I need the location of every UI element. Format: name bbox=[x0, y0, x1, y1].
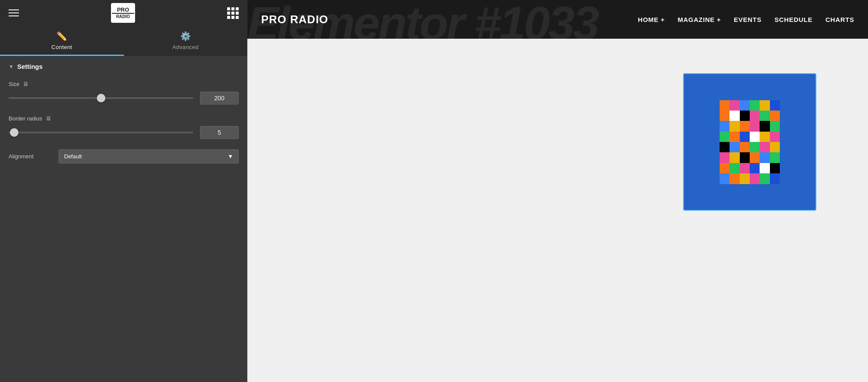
album-art bbox=[720, 100, 780, 184]
mosaic-cell bbox=[740, 111, 750, 121]
collapse-arrow-icon: ▼ bbox=[9, 64, 14, 70]
mosaic-cell bbox=[720, 132, 729, 142]
size-slider-fill bbox=[9, 97, 101, 99]
mosaic-cell bbox=[770, 142, 780, 152]
hamburger-menu-button[interactable] bbox=[9, 9, 19, 16]
size-slider-row bbox=[9, 92, 239, 105]
size-slider-container[interactable] bbox=[9, 93, 193, 103]
mosaic-cell bbox=[760, 111, 770, 121]
sidebar-header: PRO RADIO bbox=[0, 0, 247, 26]
mosaic-cell bbox=[740, 163, 750, 173]
mosaic-cell bbox=[729, 100, 739, 111]
mosaic-cell bbox=[770, 152, 780, 163]
mosaic-cell bbox=[770, 173, 780, 184]
mosaic-cell bbox=[720, 163, 729, 173]
sidebar: PRO RADIO ✏️ Content ⚙️ Advanced ▼ Setti… bbox=[0, 0, 247, 382]
mosaic-cell bbox=[760, 100, 770, 111]
border-radius-label-row: Border radius 🖥 bbox=[9, 115, 239, 122]
border-radius-input[interactable] bbox=[200, 126, 239, 139]
size-label-text: Size bbox=[9, 81, 19, 87]
settings-section: ▼ Settings Size 🖥 Border ra bbox=[0, 56, 247, 382]
size-input[interactable] bbox=[200, 92, 239, 105]
nav-item-events[interactable]: EVENTS bbox=[734, 16, 762, 23]
mosaic-cell bbox=[720, 152, 729, 163]
tab-advanced[interactable]: ⚙️ Advanced bbox=[124, 26, 248, 56]
border-radius-field: Border radius 🖥 bbox=[9, 115, 239, 139]
mosaic-cell bbox=[760, 142, 770, 152]
logo: PRO RADIO bbox=[111, 3, 135, 23]
mosaic-cell bbox=[760, 121, 770, 131]
mosaic-cell bbox=[750, 142, 760, 152]
border-radius-label-text: Border radius bbox=[9, 115, 42, 122]
gear-icon: ⚙️ bbox=[180, 31, 191, 41]
mosaic-cell bbox=[750, 163, 760, 173]
mosaic-cell bbox=[729, 163, 739, 173]
tab-content-label: Content bbox=[52, 44, 72, 50]
brand-name: PRO RADIO bbox=[261, 13, 328, 26]
nav-item-schedule[interactable]: SCHEDULE bbox=[774, 16, 813, 23]
mosaic-cell bbox=[760, 163, 770, 173]
mosaic-cell bbox=[720, 173, 729, 184]
mosaic-cell bbox=[770, 121, 780, 131]
tab-content[interactable]: ✏️ Content bbox=[0, 26, 124, 56]
mosaic-cell bbox=[720, 121, 729, 131]
border-radius-slider-container[interactable] bbox=[9, 127, 193, 138]
mosaic-cell bbox=[729, 142, 739, 152]
size-label-row: Size 🖥 bbox=[9, 80, 239, 87]
preview-box bbox=[683, 73, 816, 211]
sidebar-tabs: ✏️ Content ⚙️ Advanced bbox=[0, 26, 247, 56]
nav-items: HOME MAGAZINE EVENTS SCHEDULE CHARTS bbox=[638, 16, 854, 23]
alignment-value: Default bbox=[64, 153, 82, 160]
mosaic-cell bbox=[750, 132, 760, 142]
logo-pro: PRO bbox=[117, 7, 129, 13]
mosaic-cell bbox=[740, 100, 750, 111]
mosaic-cell bbox=[740, 173, 750, 184]
settings-title-text: Settings bbox=[17, 63, 43, 70]
monitor-icon: 🖥 bbox=[23, 80, 29, 87]
mosaic-cell bbox=[750, 152, 760, 163]
nav-item-charts[interactable]: CHARTS bbox=[825, 16, 854, 23]
mosaic-cell bbox=[770, 100, 780, 111]
border-radius-slider-thumb[interactable] bbox=[10, 128, 18, 137]
tab-advanced-label: Advanced bbox=[172, 44, 199, 50]
logo-box: PRO RADIO bbox=[111, 3, 135, 23]
mosaic-cell bbox=[770, 132, 780, 142]
logo-radio: RADIO bbox=[112, 13, 134, 19]
mosaic-cell bbox=[720, 100, 729, 111]
mosaic-cell bbox=[729, 121, 739, 131]
monitor-icon-2: 🖥 bbox=[46, 115, 52, 122]
mosaic-cell bbox=[729, 111, 739, 121]
mosaic-cell bbox=[740, 121, 750, 131]
apps-grid-button[interactable] bbox=[227, 7, 239, 19]
mosaic-cell bbox=[760, 152, 770, 163]
mosaic-cell bbox=[720, 111, 729, 121]
border-radius-slider-row bbox=[9, 126, 239, 139]
size-slider-thumb[interactable] bbox=[97, 94, 105, 102]
pencil-icon: ✏️ bbox=[56, 31, 67, 41]
alignment-field: Alignment Default ▼ bbox=[9, 149, 239, 163]
border-radius-slider-track bbox=[9, 132, 193, 133]
nav-item-home[interactable]: HOME bbox=[638, 16, 665, 23]
chevron-down-icon: ▼ bbox=[228, 153, 233, 160]
mosaic-cell bbox=[729, 173, 739, 184]
mosaic-cell bbox=[740, 142, 750, 152]
settings-section-title[interactable]: ▼ Settings bbox=[9, 63, 239, 70]
main-content: Elementor #1033 PRO RADIO HOME MAGAZINE … bbox=[247, 0, 868, 382]
alignment-label-text: Alignment bbox=[9, 153, 52, 160]
canvas-area bbox=[247, 39, 868, 382]
navbar: Elementor #1033 PRO RADIO HOME MAGAZINE … bbox=[247, 0, 868, 39]
mosaic-cell bbox=[729, 132, 739, 142]
mosaic-cell bbox=[760, 132, 770, 142]
mosaic-cell bbox=[770, 163, 780, 173]
mosaic-cell bbox=[750, 100, 760, 111]
mosaic-cell bbox=[740, 152, 750, 163]
alignment-select[interactable]: Default ▼ bbox=[58, 149, 239, 163]
size-field: Size 🖥 bbox=[9, 80, 239, 105]
size-slider-track bbox=[9, 97, 193, 99]
mosaic-cell bbox=[760, 173, 770, 184]
mosaic-cell bbox=[750, 173, 760, 184]
mosaic-cell bbox=[720, 142, 729, 152]
mosaic-cell bbox=[750, 111, 760, 121]
mosaic-cell bbox=[729, 152, 739, 163]
nav-item-magazine[interactable]: MAGAZINE bbox=[678, 16, 721, 23]
